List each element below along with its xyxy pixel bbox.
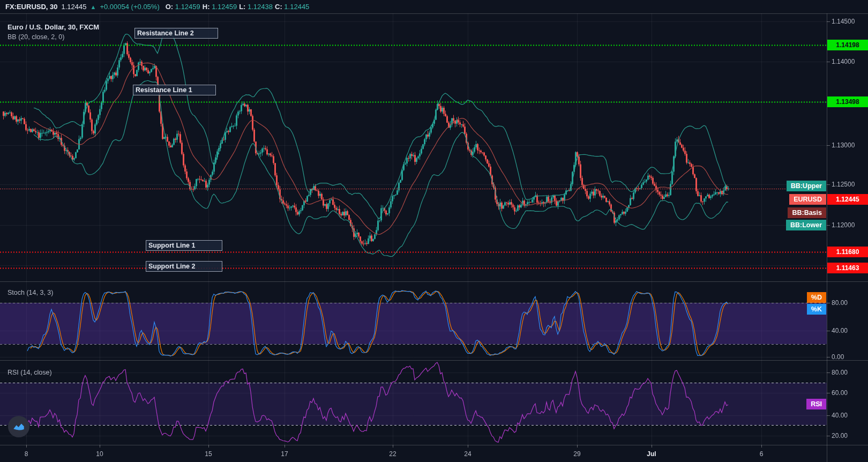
price-axis-label: 1.14000 — [832, 57, 855, 66]
time-axis-label: 8 — [25, 450, 28, 458]
bb-indicator-label[interactable]: BB (20, close, 2, 0) — [8, 33, 64, 41]
oscillator-axis-label: 40.00 — [832, 411, 848, 420]
stoch-indicator-label[interactable]: Stoch (14, 3, 3) — [8, 289, 53, 296]
ohlc-label: L: — [239, 3, 245, 11]
price-axis-label: 1.13000 — [832, 141, 855, 150]
ohlc-label: C: — [275, 3, 282, 11]
time-axis-label: Jul — [647, 450, 656, 458]
chart-title: Euro / U.S. Dollar, 30, FXCM — [8, 23, 99, 31]
price-level-badge: 1.14198 — [827, 40, 868, 50]
annotation-box[interactable]: Support Line 2 — [146, 261, 222, 272]
oscillator-axis-label: 80.00 — [832, 368, 848, 377]
annotation-box[interactable]: Resistance Line 1 — [133, 85, 216, 95]
time-axis-label: 22 — [389, 450, 396, 458]
oscillator-axis-label: 60.00 — [832, 389, 848, 397]
time-axis-label: 10 — [96, 450, 103, 458]
price-change: +0.00054 (+0.05%) — [100, 3, 159, 11]
series-label-badge: BB:Upper — [787, 181, 826, 191]
ohlc-value: 1.12459 — [210, 3, 237, 11]
oscillator-axis-label: 40.00 — [832, 326, 848, 335]
price-axis-label: 1.12000 — [832, 221, 855, 229]
chart-canvas[interactable] — [0, 0, 868, 462]
price-level-badge: 1.11680 — [827, 247, 868, 257]
ohlc-value: 1.12438 — [245, 3, 273, 11]
time-axis-label: 6 — [760, 450, 764, 458]
oscillator-series-badge: %D — [807, 292, 826, 303]
price-level-badge: 1.11463 — [827, 263, 868, 273]
last-price: 1.12445 — [62, 3, 87, 11]
price-up-arrow-icon: ▲ — [91, 4, 96, 10]
chart-stage: FX:EURUSD, 30 1.12445 ▲ +0.00054 (+0.05%… — [0, 0, 868, 462]
annotation-box[interactable]: Resistance Line 2 — [134, 28, 218, 39]
series-label-badge: EURUSD — [789, 194, 826, 205]
oscillator-axis-label: 0.00 — [832, 353, 844, 361]
symbol-header-bar[interactable]: FX:EURUSD, 30 1.12445 ▲ +0.00054 (+0.05%… — [0, 0, 868, 13]
series-label-badge: BB:Basis — [788, 207, 826, 218]
rsi-indicator-label[interactable]: RSI (14, close) — [8, 369, 52, 376]
time-axis-label: 15 — [205, 450, 212, 458]
series-label-badge: BB:Lower — [786, 220, 826, 230]
oscillator-axis-label: 20.00 — [832, 431, 848, 440]
ohlc-label: H: — [203, 3, 210, 11]
time-axis-label: 24 — [464, 450, 471, 458]
ohlc-values: O: 1.12459H: 1.12459L: 1.12438C: 1.12445 — [163, 3, 310, 11]
tradingview-logo-icon — [12, 420, 26, 434]
oscillator-series-badge: RSI — [806, 399, 826, 409]
annotation-box[interactable]: Support Line 1 — [146, 240, 222, 251]
ohlc-value: 1.12445 — [282, 3, 310, 11]
ohlc-label: O: — [166, 3, 173, 11]
time-axis-label: 29 — [573, 450, 580, 458]
tradingview-logo-button[interactable] — [8, 416, 29, 437]
ohlc-value: 1.12459 — [173, 3, 200, 11]
time-axis-label: 17 — [281, 450, 288, 458]
oscillator-axis-label: 80.00 — [832, 299, 848, 307]
tradingview-chart-page: { "colors": { "bg": "#0e131f", "grid": "… — [0, 0, 868, 462]
symbol-name[interactable]: FX:EURUSD, 30 — [5, 3, 58, 11]
price-axis-label: 1.14500 — [832, 17, 855, 26]
price-axis-label: 1.12500 — [832, 180, 855, 189]
price-level-badge: 1.13498 — [827, 96, 868, 107]
oscillator-series-badge: %K — [807, 304, 826, 315]
price-level-badge: 1.12445 — [827, 194, 868, 205]
